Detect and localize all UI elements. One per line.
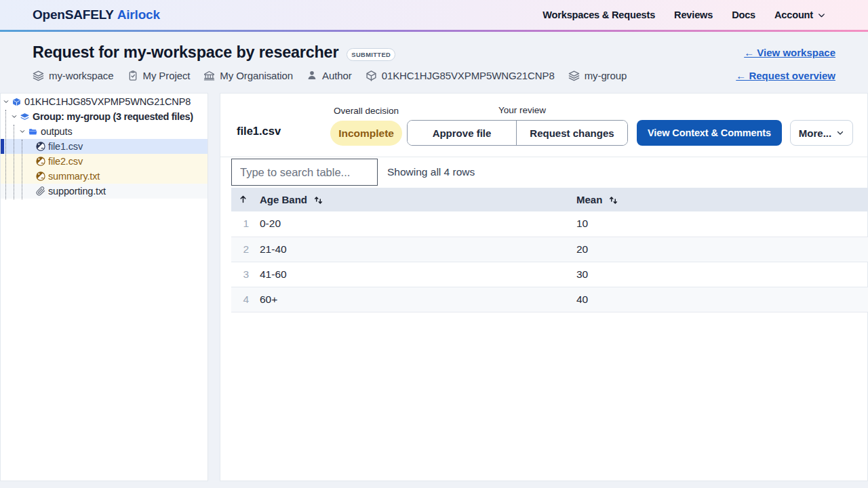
- table-header-row: Age Band Mean: [231, 188, 868, 211]
- file-review-header: file1.csv Overall decision Incomplete Yo…: [220, 94, 867, 157]
- nav-account-menu[interactable]: Account: [774, 9, 826, 20]
- rows-status: Showing all 4 rows: [387, 166, 475, 178]
- view-workspace-link[interactable]: ← View workspace: [744, 47, 835, 58]
- layers-icon: [20, 113, 31, 121]
- layers-icon: [33, 70, 44, 81]
- tree-item-label: outputs: [41, 126, 73, 137]
- chevron-down-icon[interactable]: [20, 129, 26, 134]
- chevron-down-icon[interactable]: [3, 99, 9, 104]
- mean-column-header[interactable]: Mean: [571, 188, 868, 211]
- meta-group-label: my-group: [585, 70, 627, 81]
- tree-item-label: 01KHC1HJG85VXPMP5WNG21CNP8: [24, 96, 191, 107]
- age-band-cell: 41-60: [254, 262, 571, 287]
- more-button[interactable]: More...: [790, 120, 853, 146]
- brand-logo[interactable]: OpenSAFELYAirlock: [33, 7, 160, 22]
- row-number: 4: [231, 287, 254, 312]
- search-input[interactable]: [231, 159, 378, 186]
- bank-icon: [203, 70, 215, 81]
- tree-item-label: Group: my-group (3 requested files): [33, 111, 193, 122]
- nav-link-docs[interactable]: Docs: [732, 9, 755, 20]
- row-number: 1: [231, 211, 254, 237]
- meta-project: My Project: [127, 70, 191, 81]
- tree-item-summary[interactable]: summary.txt: [1, 169, 208, 184]
- brand-primary: OpenSAFELY: [33, 7, 114, 22]
- decision-badge: Incomplete: [330, 121, 402, 146]
- datatable-section: Showing all 4 rows Age Band Mean 1 0-20 …: [220, 157, 867, 312]
- meta-workspace-label: my-workspace: [49, 70, 114, 81]
- page-header: Request for my-workspace by researcher S…: [0, 32, 868, 93]
- brand-secondary: Airlock: [117, 7, 160, 22]
- sort-ascending-icon: [239, 195, 248, 203]
- mean-column-label: Mean: [576, 194, 602, 205]
- request-overview-link[interactable]: ← Request overview: [736, 70, 835, 81]
- meta-author: Author: [307, 70, 352, 81]
- your-review-label: Your review: [498, 105, 546, 115]
- meta-request-id-label: 01KHC1HJG85VXPMP5WNG21CNP8: [382, 70, 555, 81]
- overall-decision-label: Overall decision: [334, 106, 399, 116]
- meta-organisation: My Organisation: [203, 70, 293, 81]
- table-row: 2 21-40 20: [231, 237, 868, 262]
- nav-link-reviews[interactable]: Reviews: [674, 9, 713, 20]
- sort-icon: [314, 196, 323, 205]
- tree-indent-guide: [14, 125, 14, 199]
- age-band-cell: 0-20: [254, 211, 571, 237]
- table-row: 3 41-60 30: [231, 262, 868, 287]
- approve-file-button[interactable]: Approve file: [408, 121, 516, 145]
- sort-icon: [609, 196, 618, 205]
- row-number-column-header[interactable]: [231, 188, 254, 211]
- chart-file-icon: [36, 142, 46, 151]
- tree-item-outputs[interactable]: outputs: [1, 124, 208, 139]
- file-title: file1.csv: [237, 125, 281, 138]
- chart-file-icon: [36, 157, 46, 166]
- paperclip-icon: [36, 186, 46, 196]
- table-row: 4 60+ 40: [231, 287, 868, 312]
- meta-project-label: My Project: [143, 70, 191, 81]
- meta-organisation-label: My Organisation: [220, 70, 293, 81]
- tree-item-label: summary.txt: [48, 171, 100, 182]
- nav-account-label: Account: [774, 9, 813, 20]
- age-band-column-label: Age Band: [260, 194, 307, 205]
- tree-item-file2[interactable]: file2.csv: [1, 154, 208, 169]
- tree-item-label: file1.csv: [48, 141, 83, 152]
- chevron-down-icon: [817, 11, 826, 20]
- tree-item-request[interactable]: 01KHC1HJG85VXPMP5WNG21CNP8: [1, 94, 208, 109]
- layers-icon: [568, 70, 580, 81]
- tree-item-label: supporting.txt: [48, 186, 106, 197]
- clipboard-check-icon: [127, 70, 138, 81]
- mean-cell: 20: [571, 237, 868, 262]
- data-table: Age Band Mean 1 0-20 10 2 21-40 20 3 41-…: [231, 188, 868, 312]
- tree-item-supporting[interactable]: supporting.txt: [1, 184, 208, 199]
- meta-group: my-group: [568, 70, 627, 81]
- tree-indent-guide: [22, 140, 22, 199]
- mean-cell: 30: [571, 262, 868, 287]
- chevron-down-icon: [836, 129, 844, 137]
- mean-cell: 40: [571, 287, 868, 312]
- mean-cell: 10: [571, 211, 868, 237]
- folder-icon: [28, 127, 39, 136]
- meta-workspace: my-workspace: [33, 70, 114, 81]
- view-context-comments-button[interactable]: View Context & Comments: [637, 120, 782, 146]
- chevron-down-icon[interactable]: [12, 114, 18, 119]
- page-title: Request for my-workspace by researcher: [33, 43, 338, 62]
- age-band-cell: 21-40: [254, 237, 571, 262]
- nav-links: Workspaces & Requests Reviews Docs Accou…: [542, 9, 826, 20]
- chart-file-icon: [36, 171, 46, 181]
- cube-icon: [366, 70, 377, 81]
- row-number: 3: [231, 262, 254, 287]
- more-button-label: More...: [799, 127, 831, 139]
- status-badge: SUBMITTED: [347, 48, 395, 61]
- row-number: 2: [231, 237, 254, 262]
- request-changes-button[interactable]: Request changes: [516, 121, 627, 145]
- meta-request-id: 01KHC1HJG85VXPMP5WNG21CNP8: [366, 70, 555, 81]
- age-band-cell: 60+: [254, 287, 571, 312]
- cube-icon: [12, 98, 22, 106]
- meta-author-label: Author: [322, 70, 352, 81]
- tree-item-file1[interactable]: file1.csv: [1, 139, 208, 154]
- person-icon: [307, 70, 317, 81]
- age-band-column-header[interactable]: Age Band: [254, 188, 571, 211]
- tree-item-label: file2.csv: [48, 156, 83, 167]
- table-row: 1 0-20 10: [231, 211, 868, 237]
- nav-link-workspaces[interactable]: Workspaces & Requests: [542, 9, 655, 20]
- tree-indent-guide: [5, 110, 6, 199]
- tree-item-group[interactable]: Group: my-group (3 requested files): [1, 109, 208, 124]
